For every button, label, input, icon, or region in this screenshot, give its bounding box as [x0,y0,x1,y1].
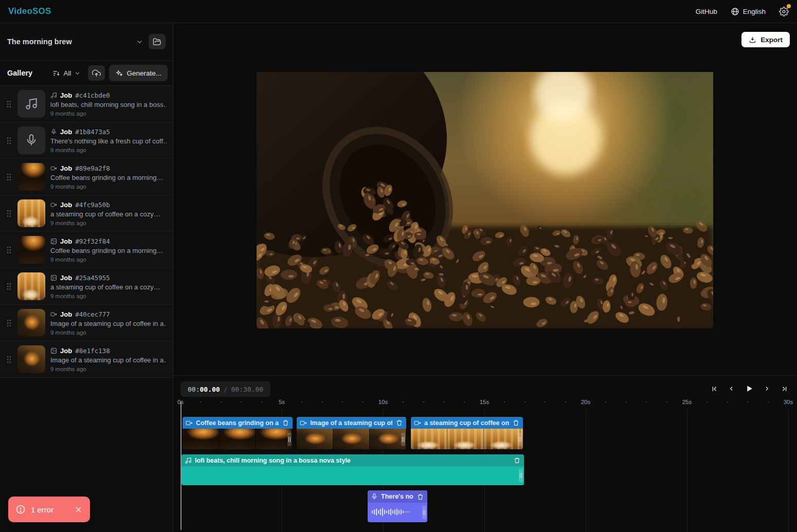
clip-filmstrip [183,429,293,449]
project-selector[interactable]: The morning brew [7,38,143,46]
job-thumbnail [17,126,45,154]
cloud-upload-button[interactable] [88,65,105,81]
video-camera-icon [414,419,421,427]
open-project-button[interactable] [149,34,166,49]
job-timestamp: 9 months ago [50,329,167,336]
drag-handle-icon[interactable] [0,283,17,290]
sparkles-icon [115,69,123,77]
job-id: #25a45955 [75,274,110,282]
alert-circle-icon [15,504,26,515]
job-id: #8e1fc138 [75,347,110,355]
clip-title: There's noth [381,493,413,500]
skip-to-end-button[interactable] [776,381,792,396]
music-icon [50,92,57,99]
ruler-label-25s: 25s [682,399,692,405]
clip-resize-handle[interactable] [519,469,523,482]
cloud-upload-icon [92,69,101,78]
job-thumbnail [17,309,45,337]
job-item-25a45955[interactable]: Job #25a45955 a steaming cup of coffee o… [0,268,173,305]
trash-icon [282,419,289,426]
job-item-1b8473a5[interactable]: Job #1b8473a5 There's nothing like a fre… [0,122,173,159]
previous-frame-button[interactable] [724,381,739,396]
language-selector[interactable]: English [731,7,766,16]
playhead[interactable] [180,402,182,530]
job-prompt: Image of a steaming cup of coffee in a… [50,356,167,364]
grid-line [586,409,586,532]
job-item-8e1fc138[interactable]: Job #8e1fc138 Image of a steaming cup of… [0,341,173,378]
job-item-89e9a2f8[interactable]: Job #89e9a2f8 Coffee beans grinding on a… [0,159,173,195]
delete-clip-button[interactable] [416,493,424,500]
clip-title: Coffee beans grinding on a mo [196,419,279,427]
video-camera-icon [300,419,307,427]
image-icon [50,274,57,281]
github-link[interactable]: GitHub [696,8,717,15]
drag-handle-icon[interactable] [0,319,17,327]
export-button[interactable]: Export [741,32,790,47]
clip-resize-handle[interactable] [401,433,405,446]
job-thumbnail [17,163,45,191]
delete-clip-button[interactable] [282,419,289,426]
generate-button[interactable]: Generate... [109,65,168,81]
video-clip[interactable]: Image of a steaming cup of co [297,417,406,449]
gallery-title: Gallery [7,69,32,77]
toast-close-button[interactable] [74,505,83,514]
job-thumbnail [17,272,45,300]
job-id: #1b8473a5 [75,128,110,136]
chevron-down-icon [136,38,143,46]
job-item-40cec777[interactable]: Job #40cec777 Image of a steaming cup of… [0,305,173,341]
job-id: #40cec777 [75,310,110,318]
timeline-tracks: Coffee beans grinding on a moImage of a … [173,409,797,532]
time-display: 00:00.00 / 00:30.00 [180,381,270,397]
next-frame-button[interactable] [759,381,774,396]
current-time: 00.00 [200,386,220,393]
clip-title: a steaming cup of coffee on a [424,419,509,427]
job-thumbnail [17,199,45,227]
app-logo[interactable]: VideoSOS [8,6,51,16]
job-thumbnail [17,345,45,373]
voice-clip[interactable]: There's noth [368,490,427,522]
drag-handle-icon[interactable] [0,173,17,181]
total-time: 00:30.00 [231,386,263,393]
ruler-label-10s: 10s [378,399,388,405]
delete-clip-button[interactable] [395,419,403,426]
timeline-ruler[interactable]: 0s5s10s15s20s25s30s [173,399,797,409]
job-item-92f32f84[interactable]: Job #92f32f84 Coffee beans grinding on a… [0,232,173,268]
job-item-c41cbde0[interactable]: Job #c41cbde0 lofi beats, chill morning … [0,86,173,122]
job-timestamp: 9 months ago [50,184,167,190]
clip-resize-handle[interactable] [422,506,426,519]
drag-handle-icon[interactable] [0,246,17,254]
clip-filmstrip [411,429,523,449]
ruler-label-5s: 5s [279,399,285,405]
image-icon [50,347,57,354]
job-timestamp: 9 months ago [50,293,167,299]
settings-button[interactable] [779,7,789,16]
job-id: #4fc9a50b [75,201,110,209]
drag-handle-icon[interactable] [0,100,17,108]
clip-resize-handle[interactable] [518,433,522,446]
video-clip[interactable]: Coffee beans grinding on a mo [183,417,293,449]
delete-clip-button[interactable] [513,457,521,464]
video-clip[interactable]: a steaming cup of coffee on a [411,417,523,449]
skip-to-start-button[interactable] [707,381,722,396]
clip-resize-handle[interactable] [287,433,292,446]
video-camera-icon [50,311,57,318]
error-toast: 1 error [8,497,90,522]
video-preview[interactable] [257,72,713,328]
download-icon [749,36,756,44]
play-button[interactable] [741,381,757,396]
job-prompt: Coffee beans grinding on a morning… [50,247,167,254]
delete-clip-button[interactable] [512,419,520,426]
job-timestamp: 9 months ago [50,366,167,372]
error-message: 1 error [31,505,69,514]
drag-handle-icon[interactable] [0,356,17,363]
music-clip[interactable]: lofi beats, chill morning song in a boss… [182,454,524,485]
voice-waveform [372,507,411,517]
drag-handle-icon[interactable] [0,137,17,144]
ruler-label-15s: 15s [480,399,490,405]
folder-icon [153,38,161,46]
job-item-4fc9a50b[interactable]: Job #4fc9a50b a steaming cup of coffee o… [0,195,173,232]
drag-handle-icon[interactable] [0,210,17,217]
gallery-filter[interactable]: All [49,67,84,79]
job-prompt: a steaming cup of coffee on a cozy… [50,210,167,218]
project-name: The morning brew [7,38,72,46]
